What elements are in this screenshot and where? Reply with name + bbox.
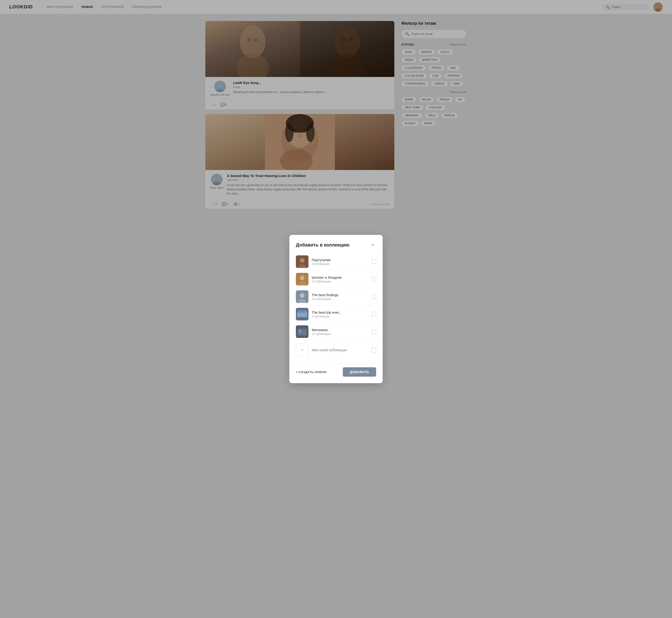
collection-count-5: 22 публикации (312, 332, 368, 335)
collection-item-1[interactable]: Португалия 2 публикации (296, 253, 376, 271)
collection-name-2: Шопинг в Лондоне (312, 276, 368, 279)
collection-count-3: 34 публикации (312, 297, 368, 301)
collection-info-2: Шопинг в Лондоне 12 публикация (312, 276, 368, 283)
svg-point-9 (300, 293, 305, 298)
collection-item-2[interactable]: Шопинг в Лондоне 12 публикация (296, 271, 376, 288)
collection-thumb-2 (296, 273, 309, 286)
modal-title: Добавить в коллекцию (296, 242, 349, 248)
collection-thumb-4 (296, 308, 309, 320)
collection-name-1: Португалия (312, 258, 368, 262)
collection-name-3: The best findings (312, 293, 368, 297)
add-button[interactable]: ДОБАВИТЬ (343, 367, 376, 377)
svg-rect-16 (299, 330, 301, 333)
collection-info-5: Menswear 22 публикации (312, 328, 368, 335)
collection-checkbox-3[interactable] (371, 294, 376, 299)
collection-name-4: The best trip ever... (312, 310, 368, 314)
collection-item-4[interactable]: The best trip ever... 3 публикации (296, 306, 376, 323)
plus-icon: + (296, 344, 309, 356)
collection-count-1: 2 публикации (312, 263, 368, 266)
collection-item-5[interactable]: Menswear 22 публикации (296, 323, 376, 340)
svg-point-6 (300, 276, 305, 280)
close-button[interactable]: × (369, 241, 376, 248)
svg-rect-13 (298, 310, 307, 313)
collection-checkbox-5[interactable] (371, 329, 376, 334)
collection-name-5: Menswear (312, 328, 368, 332)
collection-checkbox-4[interactable] (371, 312, 376, 316)
new-collection-checkbox[interactable] (371, 348, 376, 352)
collection-count-2: 12 публикация (312, 280, 368, 283)
modal-footer: + СОЗДАТЬ НОВУЮ ДОБАВИТЬ (296, 363, 376, 377)
create-new-button[interactable]: + СОЗДАТЬ НОВУЮ (296, 370, 327, 374)
modal-header: Добавить в коллекцию × (296, 241, 376, 248)
svg-point-3 (300, 258, 305, 263)
new-collection-input[interactable] (312, 348, 368, 352)
add-to-collection-modal: Добавить в коллекцию × Португалия 2 публ… (289, 235, 383, 383)
new-collection-row: + (296, 341, 376, 359)
collection-item-3[interactable]: The best findings 34 публикации (296, 288, 376, 306)
collection-thumb-5 (296, 325, 309, 338)
modal-overlay[interactable]: Добавить в коллекцию × Португалия 2 публ… (0, 0, 672, 618)
collection-thumb-1 (296, 255, 309, 268)
collection-info-1: Португалия 2 публикации (312, 258, 368, 266)
collection-info-3: The best findings 34 публикации (312, 293, 368, 301)
collection-checkbox-2[interactable] (371, 277, 376, 282)
collection-checkbox-1[interactable] (371, 259, 376, 264)
collection-count-4: 3 публикации (312, 315, 368, 318)
collection-thumb-3 (296, 290, 309, 303)
collection-info-4: The best trip ever... 3 публикации (312, 310, 368, 318)
